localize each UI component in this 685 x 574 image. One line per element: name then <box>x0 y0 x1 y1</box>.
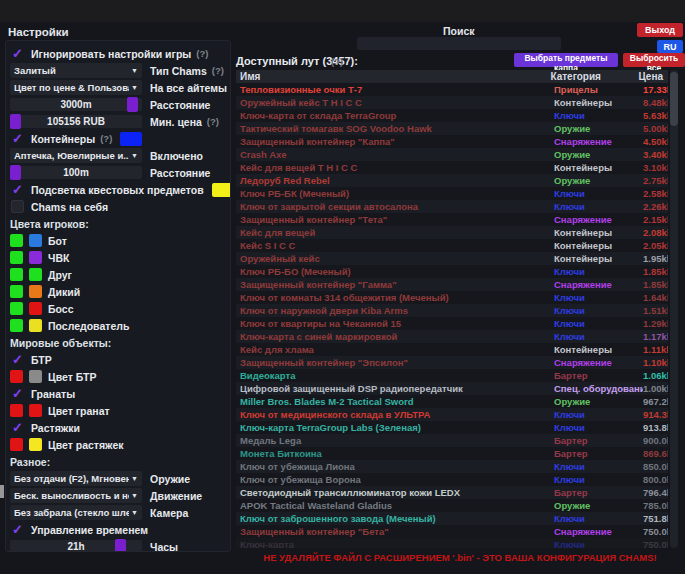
table-row[interactable]: Ключ от убежища ВоронаКлючи800.0k <box>236 473 668 486</box>
table-row[interactable]: Ледоруб Red RebelОружие2.75kk <box>236 174 668 187</box>
checkbox-checked[interactable]: ✓ <box>11 523 24 536</box>
table-row[interactable]: Ключ от заброшенного завода (Меченый)Клю… <box>236 512 668 525</box>
checkbox-checked[interactable]: ✓ <box>11 183 24 196</box>
slider-thumb[interactable] <box>10 165 21 180</box>
color-swatch[interactable] <box>10 438 23 451</box>
slider[interactable]: 100m <box>10 166 142 179</box>
slider-thumb[interactable] <box>127 97 138 112</box>
color-swatch[interactable] <box>29 319 42 332</box>
table-row[interactable]: Защищенный контейнер "Бета"Снаряжение750… <box>236 525 668 538</box>
table-row[interactable]: Ключ-картаКлючи750.0k <box>236 538 668 548</box>
table-row[interactable]: Crash AxeОружие3.40kk <box>236 148 668 161</box>
color-swatch[interactable] <box>10 285 23 298</box>
checkbox-checked[interactable]: ✓ <box>11 353 24 366</box>
item-category: Ключи <box>554 292 643 303</box>
item-category: Контейнеры <box>554 240 643 251</box>
checkbox-checked[interactable]: ✓ <box>11 421 24 434</box>
table-row[interactable]: Кейс для хламаКонтейнеры1.11kk <box>236 343 668 356</box>
dropdown[interactable]: Без отдачи (F2), Мгновенное п▼ <box>10 471 142 486</box>
table-row[interactable]: Ключ от медицинского склада в УЛЬТРАКлюч… <box>236 408 668 421</box>
dropdown-value: Аптечка, Ювелирные и... <box>14 150 129 161</box>
color-swatch[interactable] <box>10 268 23 281</box>
exit-button[interactable]: Выход <box>637 23 683 37</box>
color-swatch[interactable] <box>10 370 23 383</box>
table-row[interactable]: APOK Tactical Wasteland GladiusОружие785… <box>236 499 668 512</box>
color-swatch[interactable] <box>29 285 42 298</box>
color-swatch[interactable] <box>120 132 142 146</box>
item-category: Контейнеры <box>554 344 643 355</box>
dropdown-value: Без отдачи (F2), Мгновенное п <box>14 473 129 484</box>
dropdown[interactable]: Аптечка, Ювелирные и...▼ <box>10 148 142 163</box>
column-header-name[interactable]: Имя <box>236 71 550 82</box>
item-name: Ключ-карта <box>236 539 554 548</box>
drop-all-button[interactable]: Выбросить все <box>623 53 685 67</box>
language-button[interactable]: RU <box>657 40 683 53</box>
table-row[interactable]: Ключ от закрытой секции автосалонаКлючи2… <box>236 200 668 213</box>
table-row[interactable]: Ключ от комнаты 314 общежития (Меченый)К… <box>236 291 668 304</box>
color-swatch[interactable] <box>29 251 42 264</box>
slider[interactable]: 105156 RUB <box>10 115 142 128</box>
color-swatch[interactable] <box>10 302 23 315</box>
color-swatch[interactable] <box>10 234 23 247</box>
slider-thumb[interactable] <box>115 539 126 552</box>
color-swatch[interactable] <box>29 234 42 247</box>
header-row: Мировые объекты: <box>10 334 230 351</box>
select-kappa-items-button[interactable]: Выбрать предметы каппа <box>514 53 618 67</box>
table-row[interactable]: Ключ-карта от склада TerraGroupКлючи5.63… <box>236 109 668 122</box>
control-label: Мин. цена <box>150 116 202 128</box>
header-row: Разное: <box>10 453 230 470</box>
table-row[interactable]: Ключ РБ-БК (Меченый)Ключи2.58kk <box>236 187 668 200</box>
scrollbar-thumb[interactable] <box>670 72 678 126</box>
color-swatch[interactable] <box>29 370 42 383</box>
color-swatch[interactable] <box>29 404 42 417</box>
table-row[interactable]: Защищенный контейнер "Тета"Снаряжение2.1… <box>236 213 668 226</box>
table-row[interactable]: Монета БиткоинаБартер869.6k <box>236 447 668 460</box>
checkbox-checked[interactable]: ✓ <box>11 387 24 400</box>
table-row[interactable]: Кейс для вещейКонтейнеры2.08kk <box>236 226 668 239</box>
checkbox-unchecked[interactable] <box>11 200 24 213</box>
table-row[interactable]: Ключ РБ-БО (Меченый)Ключи1.85kk <box>236 265 668 278</box>
color-swatch[interactable] <box>10 251 23 264</box>
slider[interactable]: 21h <box>10 540 142 552</box>
table-row[interactable]: Кейс для вещей T H I C CКонтейнеры3.10kk <box>236 161 668 174</box>
table-row[interactable]: Защищенный контейнер "Эпсилон"Снаряжение… <box>236 356 668 369</box>
dropdown[interactable]: Без забрала (стекло шлема)▼ <box>10 505 142 520</box>
table-row[interactable]: ВидеокартаБартер1.06kk <box>236 369 668 382</box>
color-swatch[interactable] <box>10 319 23 332</box>
column-header-category[interactable]: Категория <box>550 71 638 82</box>
table-row[interactable]: Ключ-карта TerraGroup Labs (Зеленая)Ключ… <box>236 421 668 434</box>
color-swatch[interactable] <box>29 268 42 281</box>
table-row[interactable]: Кейс S I C CКонтейнеры2.05kk <box>236 239 668 252</box>
table-row[interactable]: Ключ от убежища ЛионаКлючи850.0k <box>236 460 668 473</box>
table-row[interactable]: Miller Bros. Blades M-2 Tactical SwordОр… <box>236 395 668 408</box>
table-row[interactable]: Цифровой защищенный DSP радиопередатчикС… <box>236 382 668 395</box>
table-row[interactable]: Тактический томагавк SOG Voodoo HawkОруж… <box>236 122 668 135</box>
item-category: Контейнеры <box>554 227 643 238</box>
table-row[interactable]: Защищенный контейнер "Каппа"Снаряжение4.… <box>236 135 668 148</box>
column-header-price[interactable]: Цена <box>638 71 668 82</box>
color-swatch[interactable] <box>29 302 42 315</box>
checkbox-checked[interactable]: ✓ <box>11 47 24 60</box>
table-row[interactable]: Ключ от квартиры на Чеканной 15Ключи1.29… <box>236 317 668 330</box>
table-row[interactable]: Медаль LegaБартер900.0k <box>236 434 668 447</box>
item-category: Контейнеры <box>554 253 643 264</box>
slider[interactable]: 3000m <box>10 98 142 111</box>
dropdown[interactable]: Цвет по цене & Пользователь▼ <box>10 80 142 95</box>
loot-scrollbar[interactable] <box>670 70 678 548</box>
dropdown[interactable]: Залитый▼ <box>10 63 142 78</box>
search-input[interactable] <box>357 37 561 50</box>
table-row[interactable]: Ключ от наружной двери Kiba ArmsКлючи1.5… <box>236 304 668 317</box>
table-row[interactable]: Светодиодный трансиллюминатор кожи LEDXБ… <box>236 486 668 499</box>
color-swatch[interactable] <box>10 404 23 417</box>
color-swatch[interactable] <box>212 183 231 197</box>
table-row[interactable]: Оружейный кейс T H I C CКонтейнеры8.48kk <box>236 96 668 109</box>
slider-value: 105156 RUB <box>10 115 142 128</box>
table-row[interactable]: Защищенный контейнер "Гамма"Снаряжение1.… <box>236 278 668 291</box>
table-row[interactable]: Оружейный кейсКонтейнеры1.95kk <box>236 252 668 265</box>
table-row[interactable]: Тепловизионные очки Т-7Прицелы17.33kk <box>236 83 668 96</box>
dropdown[interactable]: Беск. выносливость и нет уста▼ <box>10 488 142 503</box>
table-row[interactable]: Ключ-карта с синей маркировкойКлючи1.17k… <box>236 330 668 343</box>
slider-thumb[interactable] <box>10 114 21 129</box>
color-swatch[interactable] <box>29 438 42 451</box>
checkbox-checked[interactable]: ✓ <box>11 132 24 145</box>
